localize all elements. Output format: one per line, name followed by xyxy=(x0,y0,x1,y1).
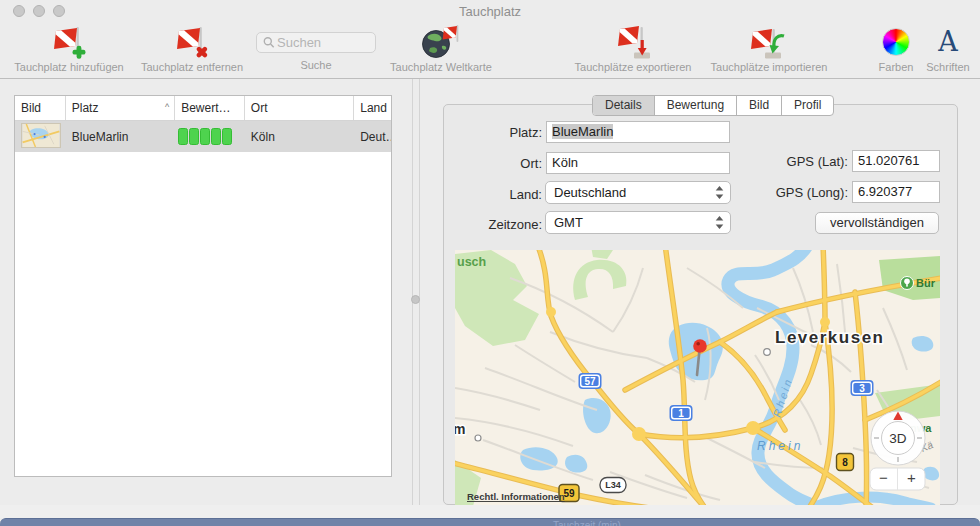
search-icon xyxy=(263,36,275,49)
map-zoom-controls: − + xyxy=(870,468,925,490)
complete-button[interactable]: vervollständigen xyxy=(815,212,939,234)
zeitzone-select[interactable]: GMT xyxy=(545,211,731,234)
ort-label: Ort: xyxy=(442,156,542,171)
cell-platz: BlueMarlin xyxy=(66,130,175,144)
column-header-bewertung[interactable]: Bewert… xyxy=(175,96,245,120)
divesite-thumbnail xyxy=(21,123,61,148)
zoom-in-button[interactable]: + xyxy=(907,469,916,486)
column-header-bild[interactable]: Bild xyxy=(15,96,66,120)
table-row[interactable]: BlueMarlin Köln Deut… xyxy=(15,121,391,152)
search-input[interactable] xyxy=(275,34,369,51)
gps-lat-field[interactable]: 51.020761 xyxy=(852,150,940,172)
gps-lat-label: GPS (Lat): xyxy=(740,154,848,169)
splitter-handle[interactable] xyxy=(411,295,420,304)
forest-label-tl: usch xyxy=(457,255,486,269)
dive-flag-add-icon xyxy=(10,24,128,60)
dive-flag-import-icon xyxy=(706,24,832,60)
search-group: Suche xyxy=(255,24,377,71)
river-label: Rhein xyxy=(757,439,803,453)
svg-text:L34: L34 xyxy=(605,480,621,490)
shield-3: 3 xyxy=(851,380,874,396)
column-header-land[interactable]: Land xyxy=(354,96,391,120)
cell-rating xyxy=(175,128,245,145)
svg-text:1: 1 xyxy=(678,408,684,419)
dive-flag-export-icon xyxy=(570,24,696,60)
land-label: Land: xyxy=(442,187,542,202)
gps-long-field[interactable]: 6.920377 xyxy=(852,181,940,203)
import-divesites-button[interactable]: Tauchplätze importieren xyxy=(706,24,832,73)
column-header-platz[interactable]: Platz^ xyxy=(66,96,175,120)
svg-text:57: 57 xyxy=(584,376,596,387)
search-field[interactable] xyxy=(256,32,376,53)
svg-text:8: 8 xyxy=(842,457,848,468)
shield-l34: L34 xyxy=(600,478,626,493)
column-header-ort[interactable]: Ort xyxy=(245,96,354,120)
city-label: Leverkusen xyxy=(775,328,885,347)
background-window-strip: Tauchzeit (min) xyxy=(0,518,980,526)
map-canvas[interactable]: usch Leverkusen m Rhein Rhein Bür nwa Kä… xyxy=(455,250,940,505)
land-select[interactable]: Deutschland xyxy=(545,181,731,204)
title-bar: Tauchplatz xyxy=(0,0,980,22)
town-dot xyxy=(475,435,481,441)
sort-ascending-icon: ^ xyxy=(165,102,169,112)
rating-bars xyxy=(178,128,245,145)
3d-button: 3D xyxy=(889,431,907,446)
color-wheel-icon xyxy=(870,24,922,60)
tab-details[interactable]: Details xyxy=(593,96,655,115)
worldmap-button[interactable]: Tauchplatz Weltkarte xyxy=(383,24,499,73)
platz-field[interactable]: BlueMarlin xyxy=(546,121,730,143)
platz-label: Platz: xyxy=(442,125,542,140)
export-divesites-button[interactable]: Tauchplätze exportieren xyxy=(570,24,696,73)
colors-button[interactable]: Farben xyxy=(870,24,922,73)
tab-bewertung[interactable]: Bewertung xyxy=(655,96,737,115)
fonts-button[interactable]: A Schriften xyxy=(922,24,974,73)
shield-57: 57 xyxy=(579,373,602,389)
city-dot xyxy=(764,349,771,356)
tab-profil[interactable]: Profil xyxy=(782,96,833,115)
svg-text:3: 3 xyxy=(859,383,865,394)
stepper-icon xyxy=(715,185,724,200)
dive-flag-remove-icon xyxy=(133,24,251,60)
park-badge xyxy=(901,277,914,290)
globe-dive-flag-icon xyxy=(383,24,499,60)
fonts-icon: A xyxy=(922,24,974,60)
tab-bild[interactable]: Bild xyxy=(737,96,782,115)
stepper-icon xyxy=(715,215,724,230)
cell-ort: Köln xyxy=(245,130,354,144)
shield-8: 8 xyxy=(837,454,854,471)
remove-divesite-button[interactable]: Tauchplatz entfernen xyxy=(133,24,251,73)
svg-text:59: 59 xyxy=(563,488,575,499)
gps-long-label: GPS (Long): xyxy=(740,185,848,200)
divesite-table: Bild Platz^ Bewert… Ort Land BlueMarlin … xyxy=(14,95,392,477)
compass-3d-control[interactable]: 3D xyxy=(871,411,925,465)
cell-land: Deut… xyxy=(354,130,391,144)
window-title: Tauchplatz xyxy=(0,4,980,19)
ort-field[interactable]: Köln xyxy=(546,152,730,174)
toolbar: Tauchplatz hinzufügen Tauchplatz entfern… xyxy=(0,22,980,79)
table-header: Bild Platz^ Bewert… Ort Land xyxy=(15,96,391,121)
park-label: Bür xyxy=(916,277,936,289)
zoom-out-button[interactable]: − xyxy=(879,469,888,486)
legal-link[interactable]: Rechtl. Informationen xyxy=(467,491,565,502)
background-window-title: Tauchzeit (min) xyxy=(553,520,621,526)
zeitzone-label: Zeitzone: xyxy=(442,217,542,232)
tab-bar: Details Bewertung Bild Profil xyxy=(592,95,834,116)
window-bottom-margin xyxy=(0,505,980,518)
shield-1: 1 xyxy=(670,405,693,421)
town-label: m xyxy=(455,421,465,437)
add-divesite-button[interactable]: Tauchplatz hinzufügen xyxy=(10,24,128,73)
